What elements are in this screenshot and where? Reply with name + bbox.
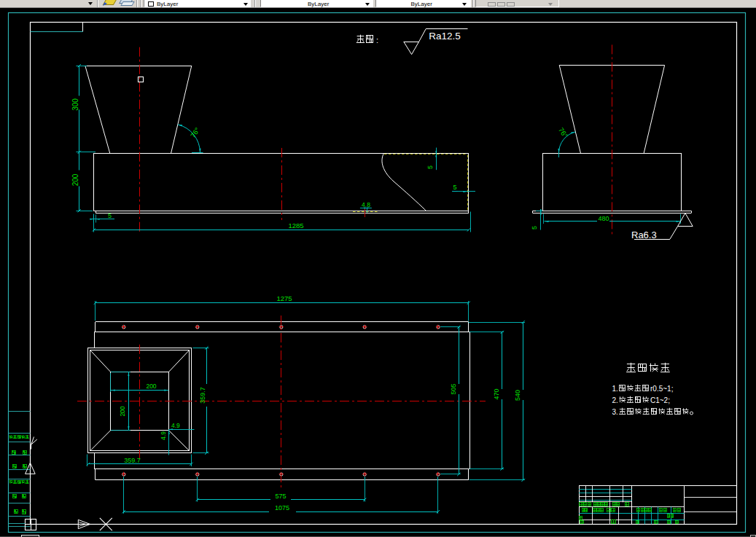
- svg-text:5: 5: [453, 184, 456, 191]
- svg-text:575: 575: [275, 493, 286, 500]
- svg-text:4.8: 4.8: [362, 201, 370, 208]
- svg-text:200: 200: [119, 406, 126, 416]
- svg-text::: :: [376, 36, 378, 44]
- svg-text:1.: 1.: [612, 385, 618, 393]
- svg-text:359.7: 359.7: [199, 387, 206, 404]
- svg-text:r0.5~1;: r0.5~1;: [650, 385, 673, 393]
- svg-text:4.9: 4.9: [171, 422, 180, 429]
- svg-text:76°: 76°: [557, 126, 569, 139]
- svg-text:C1~2;: C1~2;: [650, 396, 670, 404]
- svg-text:200: 200: [71, 173, 79, 186]
- svg-text:505: 505: [450, 383, 457, 394]
- svg-text:480: 480: [598, 215, 609, 222]
- svg-text:1075: 1075: [275, 504, 289, 511]
- svg-text:5: 5: [531, 226, 538, 230]
- svg-text:Ra12.5: Ra12.5: [429, 31, 461, 42]
- svg-text:3.: 3.: [612, 408, 618, 416]
- svg-text:470: 470: [493, 388, 500, 399]
- svg-text:200: 200: [146, 383, 156, 390]
- svg-text:4.9: 4.9: [160, 431, 167, 440]
- svg-text:1285: 1285: [288, 222, 303, 230]
- svg-text:5: 5: [426, 165, 434, 169]
- svg-text:540: 540: [514, 390, 521, 401]
- svg-text:1275: 1275: [276, 294, 292, 302]
- svg-text:Ra6.3: Ra6.3: [631, 230, 657, 240]
- svg-text:359.7: 359.7: [124, 457, 141, 464]
- svg-text:5: 5: [108, 212, 112, 219]
- svg-text:2.: 2.: [612, 396, 618, 404]
- svg-text:300: 300: [71, 98, 79, 111]
- svg-text:76°: 76°: [189, 126, 201, 139]
